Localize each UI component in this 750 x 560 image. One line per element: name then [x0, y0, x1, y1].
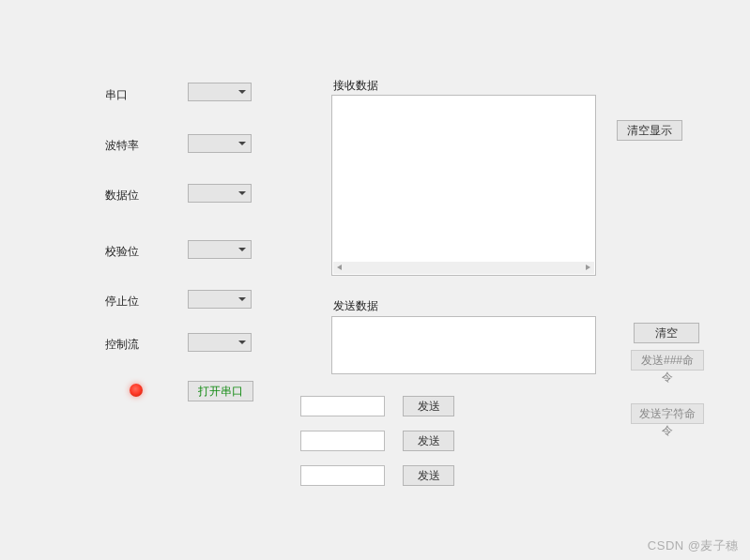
- label-flow-control: 控制流: [105, 337, 139, 353]
- status-indicator-icon: [130, 384, 143, 397]
- chevron-down-icon: [238, 90, 246, 94]
- send-hash-cmd-button[interactable]: 发送###命令: [631, 350, 704, 371]
- scrollbar-horizontal[interactable]: [333, 262, 594, 274]
- chevron-down-icon: [238, 341, 246, 344]
- send-textarea[interactable]: [331, 316, 596, 374]
- chevron-down-icon: [238, 142, 246, 145]
- label-parity: 校验位: [105, 244, 139, 260]
- chevron-down-icon: [238, 248, 246, 251]
- send-button-3[interactable]: 发送: [403, 465, 454, 486]
- send-char-cmd-button[interactable]: 发送字符命令: [631, 403, 704, 424]
- receive-textarea[interactable]: [331, 95, 596, 276]
- open-port-button[interactable]: 打开串口: [188, 381, 253, 401]
- chevron-down-icon: [238, 191, 246, 195]
- label-serial-port: 串口: [105, 87, 128, 103]
- clear-send-button[interactable]: 清空: [634, 323, 699, 343]
- watermark-text: CSDN @麦子穗: [648, 537, 739, 554]
- label-data-bits: 数据位: [105, 188, 139, 204]
- send-button-2[interactable]: 发送: [403, 431, 454, 451]
- combo-serial-port[interactable]: [188, 83, 252, 101]
- send-button-1[interactable]: 发送: [403, 396, 454, 416]
- combo-flow-control[interactable]: [188, 333, 252, 352]
- label-receive-data: 接收数据: [333, 78, 378, 94]
- label-baud-rate: 波特率: [105, 138, 139, 154]
- combo-data-bits[interactable]: [188, 184, 252, 203]
- send-input-2[interactable]: [300, 431, 385, 451]
- send-input-1[interactable]: [300, 396, 385, 416]
- combo-parity[interactable]: [188, 240, 252, 259]
- send-input-3[interactable]: [300, 465, 385, 486]
- clear-display-button[interactable]: 清空显示: [617, 120, 682, 141]
- chevron-down-icon: [238, 297, 246, 301]
- label-send-data: 发送数据: [333, 298, 378, 314]
- combo-baud-rate[interactable]: [188, 134, 252, 153]
- combo-stop-bits[interactable]: [188, 290, 252, 309]
- label-stop-bits: 停止位: [105, 294, 139, 310]
